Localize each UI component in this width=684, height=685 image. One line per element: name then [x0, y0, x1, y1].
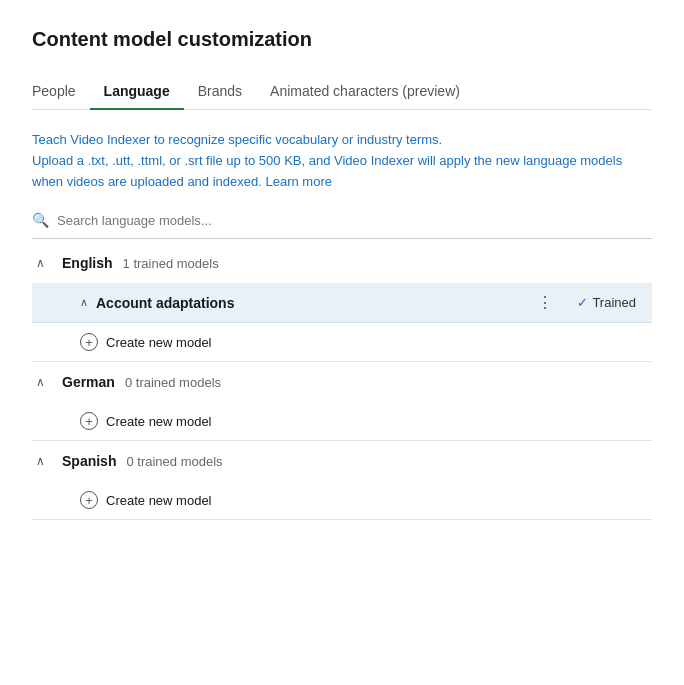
tab-language[interactable]: Language — [90, 75, 184, 109]
tabs-container: People Language Brands Animated characte… — [32, 75, 652, 110]
chevron-up-icon: ∧ — [36, 256, 52, 270]
spanish-model-count: 0 trained models — [126, 454, 222, 469]
tab-animated-characters[interactable]: Animated characters (preview) — [256, 75, 474, 109]
plus-circle-icon-spanish: + — [80, 491, 98, 509]
create-model-label: Create new model — [106, 335, 212, 350]
plus-circle-icon: + — [80, 333, 98, 351]
search-input[interactable] — [57, 213, 652, 228]
check-icon: ✓ — [577, 295, 588, 310]
spanish-language-name: Spanish — [62, 453, 116, 469]
description-text: Teach Video Indexer to recognize specifi… — [32, 130, 652, 192]
language-group-spanish: ∧ Spanish 0 trained models + Create new … — [32, 441, 652, 520]
german-model-count: 0 trained models — [125, 375, 221, 390]
model-status-label: Trained — [592, 295, 636, 310]
model-chevron-icon: ∧ — [80, 296, 88, 309]
language-group-german: ∧ German 0 trained models + Create new m… — [32, 362, 652, 441]
english-group-header[interactable]: ∧ English 1 trained models — [32, 243, 652, 283]
search-bar: 🔍 — [32, 212, 652, 239]
description-line1: Teach Video Indexer to recognize specifi… — [32, 132, 442, 147]
tab-people[interactable]: People — [32, 75, 90, 109]
model-menu-icon[interactable]: ⋮ — [529, 293, 561, 312]
create-model-label-german: Create new model — [106, 414, 212, 429]
english-create-model-row[interactable]: + Create new model — [32, 323, 652, 361]
model-name: Account adaptations — [96, 295, 529, 311]
plus-circle-icon-german: + — [80, 412, 98, 430]
search-icon: 🔍 — [32, 212, 49, 228]
chevron-up-icon-spanish: ∧ — [36, 454, 52, 468]
spanish-group-header[interactable]: ∧ Spanish 0 trained models — [32, 441, 652, 481]
learn-more-link[interactable]: Learn more — [265, 174, 331, 189]
language-group-english: ∧ English 1 trained models ∧ Account ada… — [32, 243, 652, 362]
account-adaptations-row[interactable]: ∧ Account adaptations ⋮ ✓ Trained — [32, 283, 652, 323]
tab-brands[interactable]: Brands — [184, 75, 256, 109]
german-group-header[interactable]: ∧ German 0 trained models — [32, 362, 652, 402]
model-status: ✓ Trained — [577, 295, 636, 310]
german-language-name: German — [62, 374, 115, 390]
german-create-model-row[interactable]: + Create new model — [32, 402, 652, 440]
english-model-count: 1 trained models — [123, 256, 219, 271]
page-title: Content model customization — [32, 28, 652, 51]
english-language-name: English — [62, 255, 113, 271]
chevron-up-icon-german: ∧ — [36, 375, 52, 389]
spanish-create-model-row[interactable]: + Create new model — [32, 481, 652, 519]
create-model-label-spanish: Create new model — [106, 493, 212, 508]
